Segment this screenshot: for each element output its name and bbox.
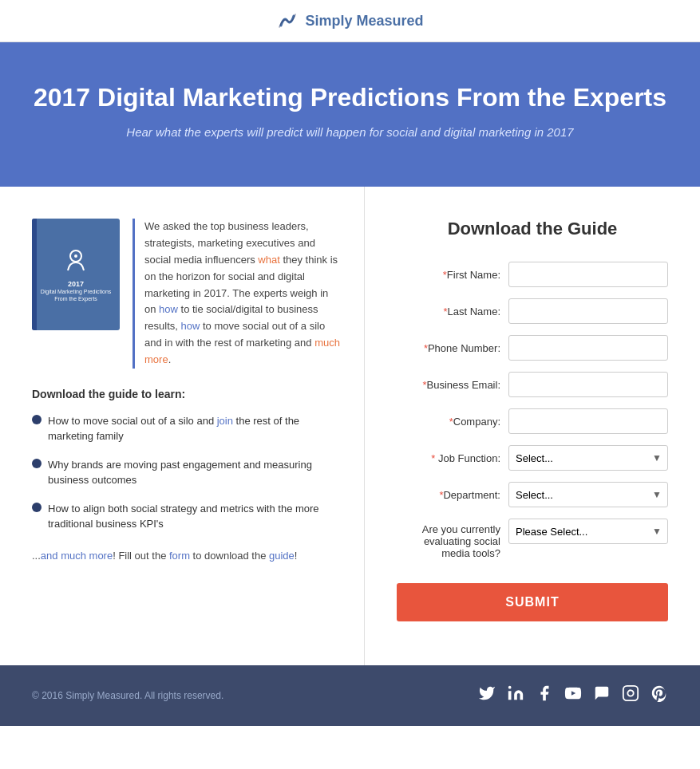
phone-label: *Phone Number: [397,342,500,354]
page-header: Simply Measured [0,0,700,42]
job-function-row: * Job Function: Select... Marketing Sale… [397,445,668,471]
department-row: *Department: Select... Marketing Sales H… [397,482,668,507]
right-panel: Download the Guide *First Name: *Last Na… [365,187,700,665]
pinterest-icon[interactable] [651,684,668,707]
logo: Simply Measured [276,10,423,32]
svg-point-3 [508,686,512,689]
book-description: We asked the top business leaders, strat… [132,219,340,368]
learn-header: Download the guide to learn: [32,388,340,400]
company-label: *Company: [397,416,500,428]
svg-rect-5 [623,686,638,700]
bullet-icon [32,459,42,468]
book-cover: 2017 Digital Marketing PredictionsFrom t… [32,219,120,330]
book-cover-icon [61,246,90,275]
evaluating-label: Are you currently evaluating social medi… [397,519,500,559]
book-cover-text: Digital Marketing PredictionsFrom the Ex… [41,288,112,302]
company-row: *Company: [397,408,668,434]
cta-text: ...and much more! Fill out the form to d… [32,548,340,564]
department-wrapper: Select... Marketing Sales HR Product ▼ [508,482,668,507]
company-input[interactable] [508,408,668,434]
bullet-list: How to move social out of a silo and joi… [32,413,340,532]
page-footer: © 2016 Simply Measured. All rights reser… [0,665,700,726]
first-name-row: *First Name: [397,262,668,287]
facebook-icon[interactable] [536,684,553,707]
download-form: *First Name: *Last Name: *Phone Number: … [397,262,668,621]
form-title: Download the Guide [397,219,668,239]
department-label: *Department: [397,489,500,501]
logo-icon [276,10,299,32]
email-row: *Business Email: [397,372,668,397]
phone-input[interactable] [508,335,668,361]
evaluating-select[interactable]: Please Select... Yes No [508,519,668,544]
job-function-wrapper: Select... Marketing Sales Engineering De… [508,445,668,471]
list-item: How to move social out of a silo and joi… [32,413,340,444]
email-label: *Business Email: [397,379,500,391]
twitter-icon[interactable] [478,684,496,707]
phone-row: *Phone Number: [397,335,668,361]
first-name-label: *First Name: [397,269,500,281]
evaluating-wrapper: Please Select... Yes No ▼ [508,519,668,544]
evaluating-row: Are you currently evaluating social medi… [397,519,668,559]
copyright-text: © 2016 Simply Measured. All rights reser… [32,690,223,701]
first-name-input[interactable] [508,262,668,287]
email-input[interactable] [508,372,668,397]
social-icons [478,684,668,707]
hero-section: 2017 Digital Marketing Predictions From … [0,42,700,187]
hero-title: 2017 Digital Marketing Predictions From … [32,82,668,112]
bullet-icon [32,415,42,424]
chat-icon[interactable] [593,684,611,707]
main-content: 2017 Digital Marketing PredictionsFrom t… [0,187,700,665]
logo-text: Simply Measured [305,13,423,30]
job-function-label: * Job Function: [397,452,500,464]
last-name-label: *Last Name: [397,306,500,317]
svg-point-1 [74,254,77,258]
hero-subtitle: Hear what the experts will predict will … [32,125,668,139]
book-cover-bar [32,219,37,330]
department-select[interactable]: Select... Marketing Sales HR Product [508,482,668,507]
last-name-row: *Last Name: [397,298,668,324]
linkedin-icon[interactable] [507,684,524,707]
left-panel: 2017 Digital Marketing PredictionsFrom t… [0,187,365,665]
list-item: How to align both social strategy and me… [32,501,340,532]
list-item: Why brands are moving past engagement an… [32,457,340,488]
book-year: 2017 [68,280,84,288]
bullet-icon [32,503,42,512]
submit-button[interactable]: SUBMIT [397,583,668,621]
book-section: 2017 Digital Marketing PredictionsFrom t… [32,219,340,368]
svg-rect-2 [508,692,512,700]
last-name-input[interactable] [508,298,668,324]
youtube-icon[interactable] [564,684,582,707]
instagram-icon[interactable] [622,684,639,707]
job-function-select[interactable]: Select... Marketing Sales Engineering De… [508,445,668,471]
